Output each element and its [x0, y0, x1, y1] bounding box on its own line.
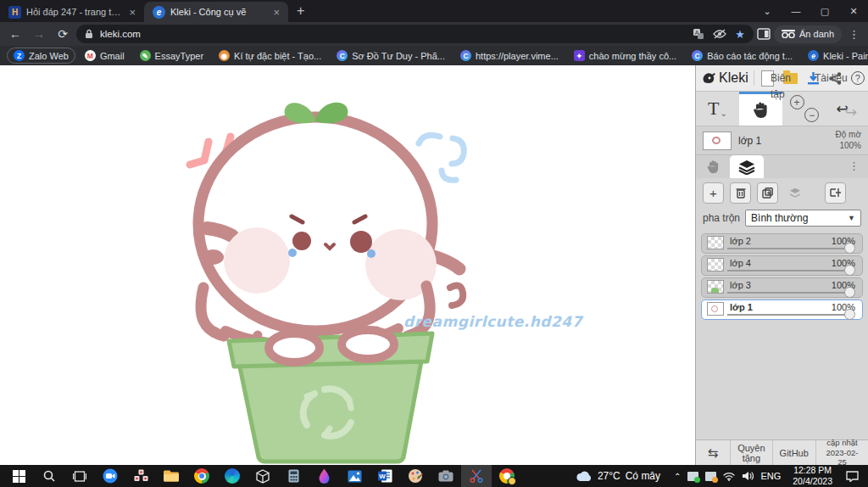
word-button[interactable]: W — [370, 465, 400, 487]
donate-label: Quyên tặng — [737, 443, 765, 463]
incognito-glasses-icon — [782, 30, 795, 38]
kleki-more-icon[interactable]: ⋮ — [849, 155, 868, 178]
bookmark-essaytyper[interactable]: ✎ EssayTyper — [134, 48, 209, 63]
clock-widget[interactable]: 12:28 PM 20/4/2023 — [786, 465, 839, 487]
opacity-slider[interactable] — [727, 248, 854, 249]
tray-app-icon[interactable] — [687, 472, 698, 481]
new-tab-button[interactable]: + — [288, 3, 313, 22]
redo-icon[interactable]: ↪ — [845, 104, 857, 121]
paint-app-button[interactable] — [400, 465, 431, 487]
hand-tool-button[interactable] — [739, 92, 782, 126]
incognito-badge[interactable]: Ẩn danh — [774, 25, 842, 43]
bookmark-gmail[interactable]: M Gmail — [79, 48, 131, 63]
window-controls: ⌄ — ▢ ✕ — [753, 0, 868, 22]
tray-expand-icon[interactable]: ⌃ — [674, 472, 681, 481]
bookmark-kitu[interactable]: ◉ Kí tự đặc biệt - Tạo... — [213, 48, 327, 63]
tab-kleki[interactable]: e Kleki - Công cụ vẽ × — [144, 2, 288, 22]
search-button[interactable] — [34, 465, 64, 487]
chrome-profile-button[interactable] — [492, 465, 522, 487]
bookmark-player[interactable]: C https://player.vime... — [454, 48, 565, 63]
swap-button[interactable]: ⇆ — [696, 440, 730, 465]
bookmark-chaomung[interactable]: ✦ chào mừng thầy cô... — [568, 48, 682, 63]
forward-icon[interactable]: → — [29, 24, 49, 44]
donate-button[interactable]: Quyên tặng — [730, 440, 771, 465]
bookmark-star-icon[interactable]: ★ — [735, 28, 745, 41]
download-icon[interactable] — [807, 71, 820, 85]
merge-down-button[interactable] — [825, 182, 846, 204]
kleki-icon: e — [808, 50, 819, 61]
bookmark-kleki[interactable]: e Kleki - Paint Tool — [802, 48, 868, 63]
bookmark-zalo[interactable]: Z Zalo Web — [7, 48, 75, 64]
open-file-icon[interactable] — [783, 73, 798, 84]
translate-icon[interactable]: A — [693, 28, 704, 40]
start-button[interactable] — [3, 465, 34, 487]
gmail-icon: M — [85, 50, 96, 61]
kleki-favicon: e — [153, 6, 165, 19]
speaker-icon[interactable] — [742, 471, 754, 481]
weather-widget[interactable]: 27°C Có mây — [567, 470, 669, 482]
tab-layers[interactable] — [730, 155, 764, 178]
help-icon[interactable]: ? — [851, 71, 865, 85]
reload-icon[interactable]: ⟳ — [53, 24, 73, 44]
zoom-app[interactable] — [95, 465, 125, 487]
eye-off-icon[interactable] — [713, 29, 726, 39]
bookmark-label: Gmail — [100, 51, 125, 61]
zoom-tools: + − — [782, 92, 826, 126]
edge-button[interactable] — [217, 465, 248, 487]
side-panel-icon[interactable] — [757, 28, 771, 40]
text-tool-button[interactable]: T ⌄ — [696, 92, 739, 126]
github-button[interactable]: GitHub — [772, 440, 815, 465]
opacity-slider[interactable] — [727, 270, 854, 271]
new-file-icon[interactable] — [761, 70, 774, 87]
bookmark-baocao[interactable]: C Báo cáo tác động t... — [686, 48, 798, 63]
tab-close-icon[interactable]: × — [271, 6, 281, 19]
wifi-icon[interactable] — [723, 472, 735, 481]
windows-icon — [13, 470, 25, 483]
task-view-button[interactable] — [64, 465, 95, 487]
layer-thumbnail — [703, 132, 732, 150]
add-layer-button[interactable]: + — [703, 182, 724, 204]
screenshot-app-button[interactable] — [431, 465, 461, 487]
paint3d-button[interactable] — [309, 465, 339, 487]
zoom-out-icon[interactable]: − — [804, 108, 819, 122]
tab-hand[interactable] — [696, 155, 730, 178]
share-icon[interactable] — [829, 72, 842, 85]
menu-kebab-icon[interactable]: ⋮ — [845, 28, 863, 41]
tray-app-icon[interactable] — [705, 472, 716, 481]
merge-icon — [830, 188, 842, 198]
action-center-button[interactable] — [839, 465, 865, 487]
back-icon[interactable]: ← — [5, 24, 25, 44]
opacity-slider[interactable] — [727, 292, 854, 294]
blend-mode-select[interactable]: Bình thường ▼ — [745, 210, 861, 227]
bookmark-label: chào mừng thầy cô... — [589, 51, 676, 61]
close-button[interactable]: ✕ — [839, 0, 868, 22]
tab-search-icon[interactable]: ⌄ — [753, 0, 782, 22]
snip-app-button[interactable] — [461, 465, 492, 487]
tab-close-icon[interactable]: × — [127, 6, 137, 19]
language-indicator[interactable]: ENG — [760, 471, 781, 481]
kitu-icon: ◉ — [219, 50, 230, 61]
maximize-button[interactable]: ▢ — [810, 0, 839, 22]
active-layer-preview[interactable]: lớp 1 Độ mờ 100% — [696, 126, 868, 154]
minimize-button[interactable]: — — [782, 0, 810, 22]
red-blocks-app[interactable] — [125, 465, 156, 487]
kleki-header: Kleki ? — [696, 65, 868, 92]
layer-row[interactable]: lớp 3 100% — [701, 277, 863, 298]
file-explorer-button[interactable] — [156, 465, 186, 487]
layer-row[interactable]: lớp 4 100% — [701, 255, 863, 276]
3d-viewer-button[interactable] — [248, 465, 278, 487]
chrome-button[interactable] — [186, 465, 217, 487]
layer-row-selected[interactable]: lớp 1 100% — [701, 299, 863, 320]
layer-row[interactable]: lớp 2 100% — [701, 233, 863, 254]
delete-layer-button[interactable] — [730, 182, 751, 204]
address-bar[interactable]: kleki.com A ★ — [76, 25, 754, 43]
calculator-button[interactable] — [278, 465, 309, 487]
photos-button[interactable] — [339, 465, 370, 487]
tab-hoidap247[interactable]: H Hỏi đáp 247 - trang tra loi × — [0, 2, 144, 22]
duplicate-layer-button[interactable] — [757, 182, 778, 204]
zoom-in-icon[interactable]: + — [790, 95, 804, 109]
bookmark-sodo[interactable]: C Sơ Đồ Tư Duy - Phã... — [331, 48, 451, 63]
drawing-canvas[interactable]: dreamgirlcute.hd247 — [0, 65, 695, 465]
opacity-slider[interactable] — [727, 314, 854, 316]
hand-icon — [752, 101, 769, 120]
